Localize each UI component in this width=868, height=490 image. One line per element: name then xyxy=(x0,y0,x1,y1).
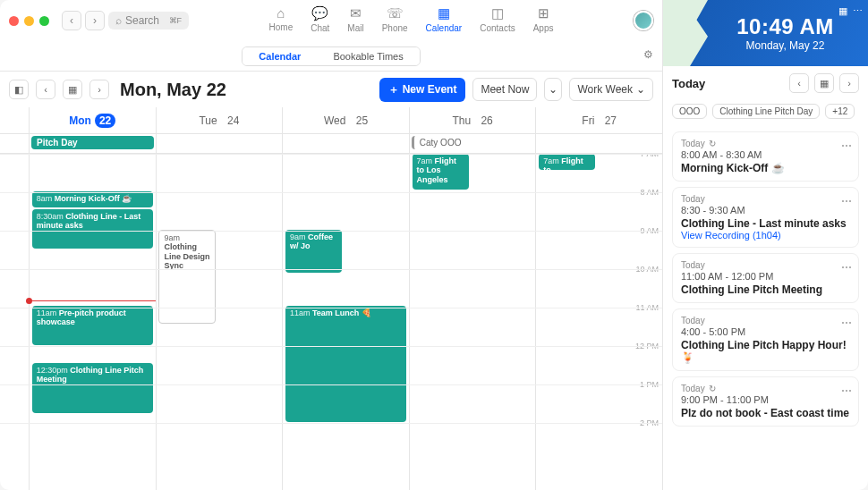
calendar-event[interactable]: 9am Coffee w/ Jo xyxy=(285,230,342,273)
event-title: Team Lunch 🍕 xyxy=(312,308,371,317)
calendar-event[interactable]: 8am Morning Kick-Off ☕ xyxy=(32,191,153,207)
day-column-mon[interactable]: 8am Morning Kick-Off ☕8:30am Clothing Li… xyxy=(29,154,156,490)
calendar-event[interactable]: 11am Team Lunch 🍕 xyxy=(285,306,406,422)
sub-tab-bookable[interactable]: Bookable Times xyxy=(317,47,419,65)
agenda-time-range: 8:00 AM - 8:30 AM xyxy=(681,149,850,160)
tab-label: Phone xyxy=(382,23,408,33)
agenda-time-range: 11:00 AM - 12:00 PM xyxy=(681,271,850,282)
back-button[interactable]: ‹ xyxy=(62,11,81,30)
main-column: ‹ › ⌕ Search ⌘F ⌂Home 💬Chat ✉Mail ☏Phone… xyxy=(0,0,662,490)
overflow-icon[interactable]: ⋯ xyxy=(853,5,863,17)
calendar-event[interactable]: 9am Clothing Line Design Sync xyxy=(158,230,215,324)
tab-chat[interactable]: 💬Chat xyxy=(311,0,329,33)
meet-now-dropdown[interactable]: ⌄ xyxy=(544,78,562,101)
tab-label: Apps xyxy=(533,23,554,33)
tab-calendar[interactable]: ▦Calendar xyxy=(426,0,463,33)
close-icon[interactable] xyxy=(9,16,19,26)
allday-cell-mon[interactable]: Pitch Day xyxy=(29,134,156,153)
view-switcher[interactable]: Work Week⌄ xyxy=(569,78,653,101)
tab-mail[interactable]: ✉Mail xyxy=(347,0,363,33)
day-column-tue[interactable]: 9am Clothing Line Design Sync xyxy=(156,154,283,490)
day-column-wed[interactable]: 9am Coffee w/ Jo11am Team Lunch 🍕 xyxy=(282,154,409,490)
calendar-event[interactable]: 7am Flight to xyxy=(539,154,595,170)
allday-event[interactable]: Pitch Day xyxy=(31,136,154,149)
search-icon: ⌕ xyxy=(115,14,122,27)
day-header-mon[interactable]: Mon 22 xyxy=(29,107,156,133)
sub-tab-calendar[interactable]: Calendar xyxy=(243,47,317,65)
tab-contacts[interactable]: ◫Contacts xyxy=(480,0,515,33)
window-chrome: ‹ › ⌕ Search ⌘F ⌂Home 💬Chat ✉Mail ☏Phone… xyxy=(0,0,662,41)
tab-label: Mail xyxy=(347,23,363,33)
avatar[interactable] xyxy=(634,11,653,30)
agenda-prev-button[interactable]: ‹ xyxy=(789,73,809,93)
filter-pill[interactable]: +12 xyxy=(825,104,855,119)
day-column-thu[interactable]: 7am Flight to Los Angeles xyxy=(409,154,536,490)
agenda-card[interactable]: ⋯Today8:30 - 9:30 AMClothing Line - Last… xyxy=(672,187,859,248)
window-controls xyxy=(9,16,49,26)
new-event-button[interactable]: ＋New Event xyxy=(379,78,466,102)
zoom-icon[interactable] xyxy=(39,16,49,26)
day-of-week: Fri xyxy=(582,114,594,127)
overflow-icon[interactable]: ⋯ xyxy=(841,195,853,207)
clock-date: Monday, May 22 xyxy=(711,39,859,52)
phone-icon: ☏ xyxy=(387,5,404,21)
agenda-recording-link[interactable]: View Recording (1h04) xyxy=(681,230,850,241)
day-header-wed[interactable]: Wed 25 xyxy=(282,107,409,133)
calendar-icon: ▦ xyxy=(438,5,450,21)
primary-nav: ⌂Home 💬Chat ✉Mail ☏Phone ▦Calendar ◫Cont… xyxy=(269,0,554,41)
forward-button[interactable]: › xyxy=(85,11,105,30)
agenda-title: Morning Kick-Off ☕ xyxy=(681,162,850,174)
overflow-icon[interactable]: ⋯ xyxy=(841,139,853,152)
allday-cell-thu[interactable]: Caty OOO xyxy=(409,134,536,153)
tab-home[interactable]: ⌂Home xyxy=(269,0,294,32)
all-day-row: Pitch Day Caty OOO xyxy=(0,134,662,154)
day-of-week: Wed xyxy=(324,114,345,127)
filter-pill[interactable]: Clothing Line Pitch Day xyxy=(712,104,820,119)
event-time: 7am xyxy=(543,156,559,165)
repeat-icon: ↻ xyxy=(709,384,716,393)
agenda-filter-pills: OOO Clothing Line Pitch Day +12 xyxy=(663,100,868,126)
overflow-icon[interactable]: ⋯ xyxy=(841,261,853,274)
agenda-card[interactable]: ⋯Today ↻8:00 AM - 8:30 AMMorning Kick-Of… xyxy=(672,131,859,182)
calendar-event[interactable]: 12:30pm Clothing Line Pitch Meeting xyxy=(32,363,153,413)
filter-pill[interactable]: OOO xyxy=(672,104,707,119)
agenda-datepicker-button[interactable]: ▦ xyxy=(814,73,834,93)
overflow-icon[interactable]: ⋯ xyxy=(841,317,853,329)
minimize-icon[interactable] xyxy=(24,16,34,26)
overflow-icon[interactable]: ⋯ xyxy=(841,384,853,397)
allday-event[interactable]: Caty OOO xyxy=(412,136,534,149)
agenda-time-range: 9:00 PM - 11:00 PM xyxy=(681,394,850,405)
day-column-fri[interactable]: 7am Flight to xyxy=(535,154,662,490)
day-of-week: Thu xyxy=(452,114,471,127)
calendar-header: ◧ ‹ ▦ › Mon, May 22 ＋New Event Meet Now … xyxy=(0,72,662,107)
sidebar-toggle[interactable]: ◧ xyxy=(9,80,29,99)
agenda-card[interactable]: ⋯Today4:00 - 5:00 PMClothing Line Pitch … xyxy=(672,308,859,371)
allday-cell-tue[interactable] xyxy=(156,134,283,153)
agenda-next-button[interactable]: › xyxy=(839,73,859,93)
agenda-card[interactable]: ⋯Today11:00 AM - 12:00 PMClothing Line P… xyxy=(672,253,859,303)
mini-calendar-icon[interactable]: ▦ xyxy=(838,5,847,17)
date-picker-button[interactable]: ▦ xyxy=(63,80,82,99)
agenda-title: Clothing Line - Last minute asks xyxy=(681,217,850,230)
next-period-button[interactable]: › xyxy=(89,80,109,99)
day-header-tue[interactable]: Tue 24 xyxy=(156,107,283,133)
agenda-card[interactable]: ⋯Today ↻9:00 PM - 11:00 PMPlz do not boo… xyxy=(672,376,859,427)
settings-gear[interactable]: ⚙ xyxy=(643,48,653,61)
allday-cell-fri[interactable] xyxy=(535,134,662,153)
allday-cell-wed[interactable] xyxy=(282,134,409,153)
prev-period-button[interactable]: ‹ xyxy=(36,80,55,99)
tab-phone[interactable]: ☏Phone xyxy=(382,0,408,33)
agenda-list[interactable]: ⋯Today ↻8:00 AM - 8:30 AMMorning Kick-Of… xyxy=(663,126,868,490)
search-input[interactable]: ⌕ Search ⌘F xyxy=(108,12,189,30)
day-header-thu[interactable]: Thu 26 xyxy=(409,107,536,133)
tab-apps[interactable]: ⊞Apps xyxy=(533,0,554,33)
agenda-day-label: Today xyxy=(681,260,850,270)
time-grid[interactable]: 7 AM8 AM9 AM10 AM11 AM12 PM1 PM2 PM 8am … xyxy=(0,154,662,490)
agenda-day-label: Today xyxy=(681,316,850,325)
calendar-event[interactable]: 11am Pre-pitch product showcase xyxy=(32,306,153,345)
chat-icon: 💬 xyxy=(311,5,328,21)
meet-now-button[interactable]: Meet Now xyxy=(472,78,537,101)
calendar-event[interactable]: 8:30am Clothing Line - Last minute asks xyxy=(32,209,153,249)
day-header-fri[interactable]: Fri 27 xyxy=(535,107,662,133)
calendar-event[interactable]: 7am Flight to Los Angeles xyxy=(413,154,469,190)
